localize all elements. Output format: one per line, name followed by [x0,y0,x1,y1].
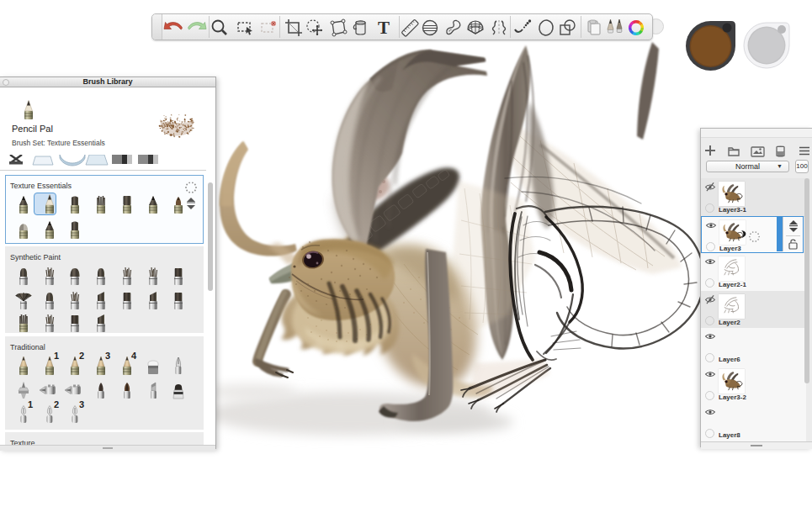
svg-text:T: T [378,18,390,38]
